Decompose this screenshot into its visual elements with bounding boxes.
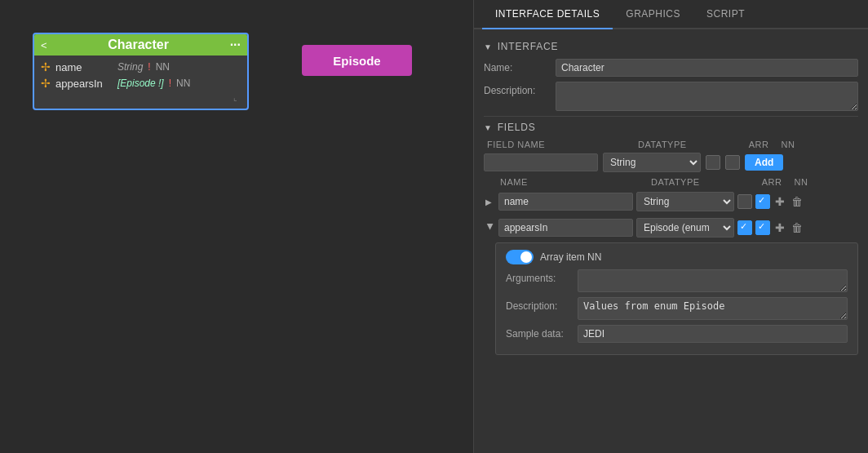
interface-section-title: INTERFACE: [498, 41, 559, 52]
interface-description-label: Description:: [484, 82, 549, 96]
expanded-sample-data-input[interactable]: [578, 325, 848, 343]
divider-1: [484, 116, 858, 117]
expanded-arguments-row: Arguments:: [506, 269, 848, 292]
toggle-row-array-item-nn: Array item NN: [506, 250, 848, 264]
fields-add-row: String Int Float Boolean ID Add: [484, 153, 858, 172]
field-exclaim-name: !: [148, 61, 150, 73]
field-row-appearsIn-chevron[interactable]: ▶: [486, 223, 495, 233]
node-field-appearsIn: ✢ appearsIn [Episode !] ! NN: [41, 75, 241, 91]
field-nn-appearsIn: NN: [176, 78, 190, 89]
node-title: Character: [108, 38, 169, 52]
field-row-name-input[interactable]: [498, 193, 633, 211]
interface-description-row: Description:: [484, 82, 858, 111]
field-row-name-delete-icon[interactable]: 🗑: [790, 195, 804, 208]
left-panel: < Character ··· ✢ name String ! NN ✢ app…: [0, 0, 473, 453]
col-header-nn: NN: [773, 140, 803, 149]
new-field-datatype-select[interactable]: String Int Float Boolean ID: [603, 153, 701, 172]
field-row-name: ▶ String ✚ 🗑: [484, 190, 858, 213]
node-resize-handle[interactable]: ⌞: [41, 91, 241, 102]
field-row-appearsIn-input[interactable]: [498, 219, 633, 237]
col-header-arr: ARR: [744, 140, 773, 149]
array-item-nn-toggle[interactable]: [506, 250, 534, 264]
interface-section-header: ▼ INTERFACE: [484, 41, 858, 52]
field-row-name-nn-checkbox[interactable]: [755, 194, 770, 209]
field-row-appearsIn-nn-checkbox[interactable]: [755, 220, 770, 235]
field-icon-name: ✢: [41, 60, 51, 73]
episode-node[interactable]: Episode: [302, 45, 412, 76]
col-header-field-name: FIELD NAME: [487, 140, 638, 149]
new-field-arr-checkbox[interactable]: [706, 155, 720, 170]
col-header-nn2: NN: [786, 177, 816, 187]
interface-section-chevron[interactable]: ▼: [484, 42, 493, 51]
new-field-nn-checkbox[interactable]: [725, 155, 740, 170]
field-exclaim-appearsIn: !: [169, 78, 171, 89]
field-row-appearsIn: ▶ Episode (enum ✚ 🗑: [484, 216, 858, 239]
field-row-name-type-select[interactable]: String: [636, 192, 734, 211]
node-header-left: <: [41, 39, 47, 51]
fields-section-title: FIELDS: [498, 122, 536, 133]
field-label-name: name: [55, 61, 113, 73]
field-expanded-appearsIn: Array item NN Arguments: Description: Sa…: [495, 242, 858, 355]
tab-graphics[interactable]: GRAPHICS: [613, 0, 693, 29]
node-body: ✢ name String ! NN ✢ appearsIn [Episode …: [34, 56, 247, 109]
expanded-arguments-textarea[interactable]: [578, 269, 848, 292]
interface-name-row: Name:: [484, 59, 858, 77]
field-type-appearsIn: [Episode !]: [117, 78, 164, 89]
panel-content: ▼ INTERFACE Name: Description: ▼ FIELDS …: [474, 29, 868, 453]
node-field-name: ✢ name String ! NN: [41, 59, 241, 75]
field-icon-appearsIn: ✢: [41, 77, 51, 90]
character-node: < Character ··· ✢ name String ! NN ✢ app…: [33, 33, 249, 110]
expanded-description-row: Description:: [506, 297, 848, 320]
field-row-appearsIn-move-icon[interactable]: ✚: [773, 221, 786, 234]
fields-col-headers: FIELD NAME DATATYPE ARR NN: [484, 140, 858, 149]
field-row-name-chevron[interactable]: ▶: [485, 198, 495, 207]
node-header: < Character ···: [34, 34, 247, 56]
expanded-arguments-label: Arguments:: [506, 269, 571, 284]
expanded-sample-data-row: Sample data:: [506, 325, 848, 343]
add-field-button[interactable]: Add: [745, 154, 783, 171]
interface-description-textarea[interactable]: [556, 82, 858, 111]
field-label-appearsIn: appearsIn: [55, 78, 113, 90]
tab-interface-details[interactable]: INTERFACE DETAILS: [482, 0, 613, 29]
right-panel: INTERFACE DETAILS GRAPHICS SCRIPT ▼ INTE…: [473, 0, 868, 453]
fields-section-header: ▼ FIELDS: [484, 122, 858, 133]
field-rows-col-headers: NAME DATATYPE ARR NN: [484, 177, 858, 187]
field-nn-name: NN: [156, 61, 170, 73]
expanded-description-textarea[interactable]: [578, 297, 848, 320]
field-row-appearsIn-delete-icon[interactable]: 🗑: [790, 221, 804, 234]
tabs-bar: INTERFACE DETAILS GRAPHICS SCRIPT: [474, 0, 868, 29]
col-header-arr2: ARR: [757, 177, 786, 187]
expanded-sample-data-label: Sample data:: [506, 325, 571, 340]
node-menu-dots[interactable]: ···: [230, 38, 241, 52]
field-row-appearsIn-arr-checkbox[interactable]: [737, 220, 752, 235]
interface-name-input[interactable]: [556, 59, 858, 77]
tab-script[interactable]: SCRIPT: [693, 0, 758, 29]
field-type-name: String: [117, 61, 143, 73]
col-header-name: NAME: [500, 177, 651, 187]
expanded-description-label: Description:: [506, 297, 571, 312]
field-row-name-arr-checkbox[interactable]: [737, 194, 752, 209]
episode-node-label: Episode: [333, 54, 380, 68]
new-field-name-input[interactable]: [484, 153, 598, 171]
interface-name-label: Name:: [484, 59, 549, 73]
col-header-datatype2: DATATYPE: [651, 177, 757, 187]
field-row-name-move-icon[interactable]: ✚: [773, 195, 786, 208]
field-row-appearsIn-type-select[interactable]: Episode (enum: [636, 218, 734, 238]
col-header-datatype: DATATYPE: [638, 140, 744, 149]
fields-section-chevron[interactable]: ▼: [484, 123, 493, 132]
array-item-nn-label: Array item NN: [540, 251, 601, 263]
